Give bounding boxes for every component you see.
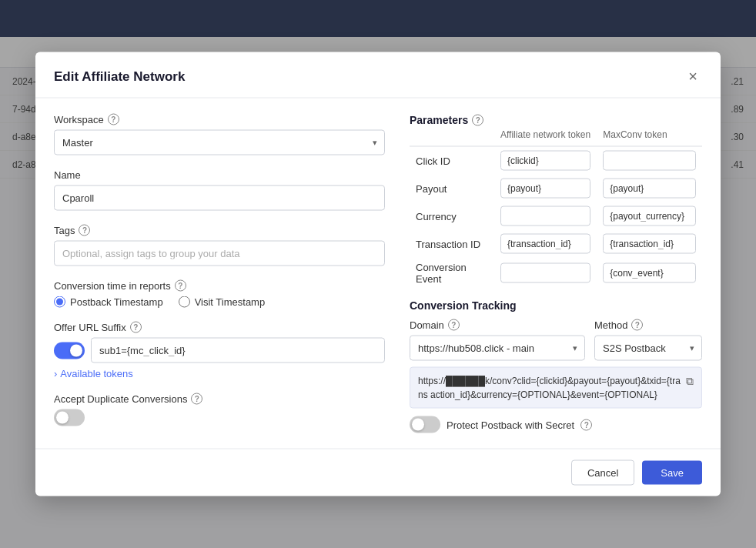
protect-postback-toggle-track — [410, 416, 440, 433]
accept-dup-label: Accept Duplicate Conversions ? — [54, 393, 385, 405]
accept-dup-help-icon[interactable]: ? — [191, 393, 202, 405]
save-button[interactable]: Save — [642, 461, 702, 485]
param-affiliate-token-input[interactable] — [500, 206, 590, 226]
param-affiliate-token-cell — [494, 175, 597, 202]
workspace-help-icon[interactable]: ? — [108, 114, 119, 125]
table-row: Conversion Event — [410, 258, 702, 289]
param-affiliate-token-input[interactable] — [500, 234, 590, 254]
left-panel: Workspace ? Master ▾ Name Tags — [54, 114, 385, 433]
conversion-tracking-section: Conversion Tracking Domain ? https://hub… — [410, 299, 702, 433]
accept-dup-toggle[interactable] — [54, 409, 85, 426]
tags-help-icon[interactable]: ? — [79, 225, 90, 236]
protect-postback-toggle[interactable] — [410, 416, 440, 433]
param-maxconv-token-cell — [597, 230, 702, 258]
param-label: Currency — [410, 202, 494, 230]
workspace-select[interactable]: Master — [54, 130, 385, 155]
param-label: Payout — [410, 175, 494, 202]
name-label: Name — [54, 169, 385, 181]
radio-postback-label: Postback Timestamp — [70, 296, 163, 308]
param-label: Click ID — [410, 146, 494, 175]
tags-label: Tags ? — [54, 225, 385, 236]
method-field: Method ? S2S Postback ▾ — [594, 319, 702, 361]
modal-header: Edit Affiliate Network × — [35, 52, 721, 99]
param-maxconv-token-cell — [597, 175, 702, 202]
param-maxconv-token-cell — [597, 202, 702, 230]
param-label: Conversion Event — [410, 258, 494, 289]
domain-label: Domain ? — [410, 319, 585, 331]
offer-url-suffix-field: Offer URL Suffix ? › Available tokens — [54, 322, 385, 379]
domain-method-row: Domain ? https://hub508.click - main ▾ — [410, 319, 702, 361]
tags-field: Tags ? — [54, 225, 385, 266]
accept-dup-field: Accept Duplicate Conversions ? — [54, 393, 385, 426]
protect-postback-label: Protect Postback with Secret — [447, 419, 574, 430]
param-affiliate-token-cell — [494, 146, 597, 175]
accept-dup-toggle-track — [54, 409, 85, 426]
domain-help-icon[interactable]: ? — [448, 319, 460, 331]
cancel-button[interactable]: Cancel — [571, 460, 634, 486]
conversion-time-help-icon[interactable]: ? — [175, 280, 186, 292]
param-affiliate-token-cell — [494, 230, 597, 258]
method-select[interactable]: S2S Postback — [594, 336, 702, 361]
param-affiliate-token-input[interactable] — [500, 179, 590, 199]
radio-postback-input[interactable] — [54, 296, 65, 308]
domain-select[interactable]: https://hub508.click - main — [410, 336, 585, 361]
method-select-wrapper: S2S Postback ▾ — [594, 336, 702, 361]
domain-select-wrapper: https://hub508.click - main ▾ — [410, 336, 585, 361]
conversion-time-radio-group: Postback Timestamp Visit Timestamp — [54, 296, 385, 308]
protect-postback-help-icon[interactable]: ? — [580, 419, 592, 430]
modal-footer: Cancel Save — [35, 449, 721, 496]
workspace-field: Workspace ? Master ▾ — [54, 114, 385, 155]
domain-field: Domain ? https://hub508.click - main ▾ — [410, 319, 585, 361]
modal-body: Workspace ? Master ▾ Name Tags — [35, 99, 721, 449]
param-affiliate-token-input[interactable] — [500, 151, 590, 171]
copy-icon[interactable]: ⧉ — [686, 375, 694, 388]
conversion-tracking-label: Conversion Tracking — [410, 299, 702, 312]
protect-postback-toggle-thumb — [412, 419, 424, 431]
col-maxconv-token: MaxConv token — [597, 126, 702, 147]
parameters-section: Parameters ? Affiliate network token Max… — [410, 114, 702, 289]
param-affiliate-token-cell — [494, 202, 597, 230]
param-affiliate-token-input[interactable] — [500, 263, 590, 283]
param-maxconv-token-input[interactable] — [603, 206, 696, 226]
offer-url-help-icon[interactable]: ? — [130, 322, 142, 333]
table-row: Currency — [410, 202, 702, 230]
edit-affiliate-network-modal: Edit Affiliate Network × Workspace ? Mas… — [35, 52, 721, 496]
offer-url-toggle[interactable] — [54, 342, 85, 359]
param-maxconv-token-input[interactable] — [603, 263, 696, 283]
conversion-time-label: Conversion time in reports ? — [54, 280, 385, 292]
workspace-label: Workspace ? — [54, 114, 385, 125]
accept-dup-toggle-thumb — [56, 412, 69, 424]
close-button[interactable]: × — [684, 66, 702, 87]
param-maxconv-token-input[interactable] — [603, 234, 696, 254]
param-maxconv-token-input[interactable] — [603, 151, 696, 171]
tags-input[interactable] — [54, 241, 385, 266]
radio-visit-input[interactable] — [179, 296, 190, 308]
param-maxconv-token-cell — [597, 146, 702, 175]
parameters-help-icon[interactable]: ? — [472, 114, 483, 125]
parameters-table: Affiliate network token MaxConv token Cl… — [410, 126, 702, 289]
col-affiliate-token: Affiliate network token — [494, 126, 597, 147]
offer-url-toggle-track — [54, 342, 85, 359]
col-param-name — [410, 126, 494, 147]
radio-visit-timestamp[interactable]: Visit Timestamp — [179, 296, 266, 308]
radio-postback-timestamp[interactable]: Postback Timestamp — [54, 296, 163, 308]
name-input[interactable] — [54, 185, 385, 211]
table-row: Transaction ID — [410, 230, 702, 258]
right-panel: Parameters ? Affiliate network token Max… — [410, 114, 702, 433]
param-affiliate-token-cell — [494, 258, 597, 289]
offer-url-input[interactable] — [91, 338, 385, 363]
table-row: Payout — [410, 175, 702, 202]
available-tokens-link[interactable]: › Available tokens — [54, 368, 385, 379]
radio-visit-label: Visit Timestamp — [195, 296, 266, 308]
postback-url-text: https://██████k/conv?clid={clickid}&payo… — [418, 374, 681, 402]
offer-url-suffix-label: Offer URL Suffix ? — [54, 322, 385, 333]
name-field: Name — [54, 169, 385, 211]
method-help-icon[interactable]: ? — [631, 319, 643, 331]
param-maxconv-token-input[interactable] — [603, 179, 696, 199]
protect-postback-row: Protect Postback with Secret ? — [410, 416, 702, 433]
param-label: Transaction ID — [410, 230, 494, 258]
method-label: Method ? — [594, 319, 702, 331]
offer-url-row — [54, 338, 385, 363]
conversion-time-field: Conversion time in reports ? Postback Ti… — [54, 280, 385, 308]
param-maxconv-token-cell — [597, 258, 702, 289]
